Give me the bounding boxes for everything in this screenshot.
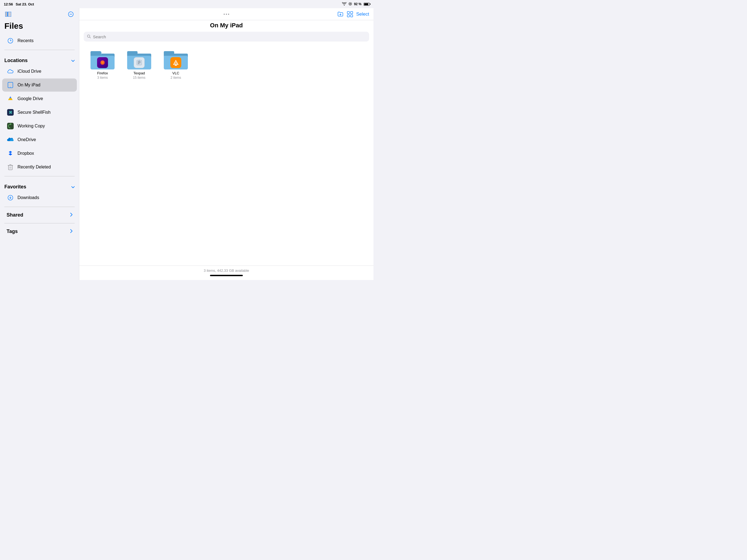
folder-firefox-count: 3 items — [97, 76, 108, 80]
svg-rect-38 — [175, 65, 177, 66]
svg-rect-2 — [5, 12, 7, 17]
folder-texpad-icon: T — [127, 50, 152, 70]
locations-chevron-icon — [71, 58, 75, 63]
tags-chevron-icon — [70, 229, 73, 234]
secure-shellfish-icon: ⌘ — [6, 108, 14, 116]
sidebar-toggle-button[interactable] — [4, 10, 12, 19]
recently-deleted-label: Recently Deleted — [18, 164, 51, 170]
folder-firefox-name: Firefox — [97, 71, 108, 75]
svg-rect-26 — [351, 15, 353, 17]
files-grid: Firefox 3 items — [79, 44, 374, 265]
home-indicator — [210, 275, 243, 276]
sidebar-item-secure-shellfish[interactable]: ⌘ Secure ShellFish — [2, 106, 77, 119]
page-title: On My iPad — [79, 20, 374, 29]
bottom-status: 3 items, 442,33 GB available — [79, 265, 374, 280]
svg-point-7 — [70, 14, 70, 15]
divider-1 — [4, 50, 75, 50]
location-icon — [349, 2, 352, 6]
search-icon — [87, 34, 91, 39]
more-options-button[interactable] — [67, 10, 75, 19]
search-bar[interactable] — [84, 32, 369, 42]
dot-1 — [224, 14, 225, 15]
folder-vlc-name: VLC — [172, 71, 179, 75]
sidebar-top-bar — [0, 8, 79, 20]
svg-text:⌘: ⌘ — [9, 110, 12, 114]
main-header: Select — [79, 8, 374, 20]
status-bar: 12:56 Sat 23. Oct 92 % — [0, 0, 374, 8]
on-my-ipad-icon — [6, 81, 14, 89]
sidebar-item-recents[interactable]: Recents — [2, 34, 77, 47]
dot-2 — [226, 14, 227, 15]
sidebar-item-icloud-drive[interactable]: iCloud Drive — [2, 65, 77, 78]
svg-line-28 — [90, 37, 91, 38]
downloads-label: Downloads — [18, 195, 39, 200]
sidebar-item-downloads[interactable]: Downloads — [2, 191, 77, 204]
svg-point-1 — [350, 3, 351, 4]
folder-vlc[interactable]: VLC 2 items — [161, 50, 191, 80]
shared-chevron-icon — [70, 213, 73, 218]
working-copy-label: Working Copy — [18, 124, 45, 128]
wifi-icon — [342, 2, 346, 6]
favorites-section-header[interactable]: Favorites — [0, 181, 79, 191]
svg-rect-25 — [347, 15, 350, 17]
sidebar: Files Recents Locations — [0, 8, 79, 280]
view-toggle-button[interactable] — [347, 11, 353, 17]
folder-firefox-icon — [90, 50, 115, 70]
locations-section-header[interactable]: Locations — [0, 54, 79, 65]
sidebar-item-on-my-ipad[interactable]: On My iPad — [2, 78, 77, 92]
secure-shellfish-label: Secure ShellFish — [18, 110, 51, 115]
dot-3 — [228, 14, 229, 15]
main-content: Select On My iPad — [79, 8, 374, 280]
sidebar-item-dropbox[interactable]: Dropbox — [2, 147, 77, 160]
download-icon — [6, 194, 14, 202]
svg-rect-23 — [347, 11, 350, 14]
favorites-title: Favorites — [4, 184, 26, 190]
onedrive-label: OneDrive — [18, 137, 36, 142]
folder-texpad-count: 15 items — [133, 76, 145, 80]
google-drive-label: Google Drive — [18, 96, 43, 101]
folder-texpad[interactable]: T Texpad 15 items — [124, 50, 154, 80]
status-text: 3 items, 442,33 GB available — [204, 269, 249, 273]
locations-title: Locations — [4, 58, 28, 63]
divider-2 — [4, 176, 75, 176]
divider-3 — [4, 207, 75, 207]
svg-rect-3 — [8, 12, 11, 17]
search-input[interactable] — [93, 34, 366, 39]
status-right: 92 % — [342, 2, 370, 6]
sidebar-item-google-drive[interactable]: Google Drive — [2, 92, 77, 105]
google-drive-icon — [6, 95, 14, 103]
working-copy-icon — [6, 122, 14, 130]
header-actions: Select — [337, 11, 369, 18]
status-left: 12:56 Sat 23. Oct — [4, 2, 34, 6]
folder-texpad-name: Texpad — [133, 71, 145, 75]
status-date: Sat 23. Oct — [16, 2, 34, 6]
sidebar-item-onedrive[interactable]: OneDrive — [2, 133, 77, 146]
favorites-chevron-icon — [71, 184, 75, 189]
svg-point-14 — [10, 87, 11, 87]
tags-title: Tags — [6, 229, 18, 234]
new-folder-button[interactable] — [337, 11, 344, 18]
app-container: Files Recents Locations — [0, 8, 374, 280]
shared-section-row[interactable]: Shared — [2, 209, 77, 221]
folder-firefox[interactable]: Firefox 3 items — [87, 50, 118, 80]
on-my-ipad-label: On My iPad — [18, 82, 41, 87]
select-button[interactable]: Select — [356, 11, 369, 17]
folder-vlc-icon — [163, 50, 188, 70]
sidebar-item-working-copy[interactable]: Working Copy — [2, 120, 77, 133]
svg-point-8 — [71, 14, 71, 15]
recents-label: Recents — [18, 38, 34, 43]
battery-icon — [364, 3, 370, 6]
icloud-drive-icon — [6, 68, 14, 75]
sidebar-item-recently-deleted[interactable]: Recently Deleted — [2, 160, 77, 174]
svg-text:T: T — [138, 59, 139, 61]
dropbox-label: Dropbox — [18, 151, 34, 156]
folder-vlc-count: 2 items — [171, 76, 181, 80]
icloud-drive-label: iCloud Drive — [18, 69, 41, 74]
onedrive-icon — [6, 136, 14, 144]
recents-icon — [6, 37, 14, 45]
tags-section-row[interactable]: Tags — [2, 226, 77, 237]
dropbox-icon — [6, 150, 14, 157]
app-title: Files — [0, 20, 79, 34]
shared-title: Shared — [6, 212, 23, 218]
header-dots — [224, 14, 229, 15]
